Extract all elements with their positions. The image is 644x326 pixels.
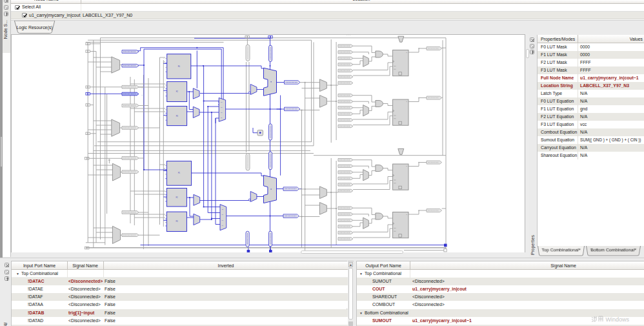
svg-text:a: a (163, 109, 164, 110)
svg-text:b: b (163, 194, 164, 195)
svg-text:a: a (163, 214, 164, 216)
svg-text:Q: Q (406, 165, 407, 167)
svg-text:Q: Q (406, 101, 407, 102)
svg-text:Logic Resource(s): Logic Resource(s) (17, 25, 53, 30)
svg-text:b: b (142, 94, 143, 96)
svg-text:b: b (163, 88, 164, 89)
svg-text:b: b (163, 62, 164, 63)
svg-text:b: b (163, 112, 164, 114)
svg-text:Q: Q (406, 52, 407, 53)
svg-text:a: a (142, 87, 143, 88)
svg-text:b: b (163, 169, 164, 170)
svg-text:Q: Q (406, 214, 407, 215)
svg-text:a: a (163, 190, 164, 192)
svg-text:a: a (163, 85, 164, 86)
svg-text:a: a (163, 165, 164, 166)
svg-text:a: a (163, 57, 164, 59)
svg-text:b: b (163, 218, 164, 219)
